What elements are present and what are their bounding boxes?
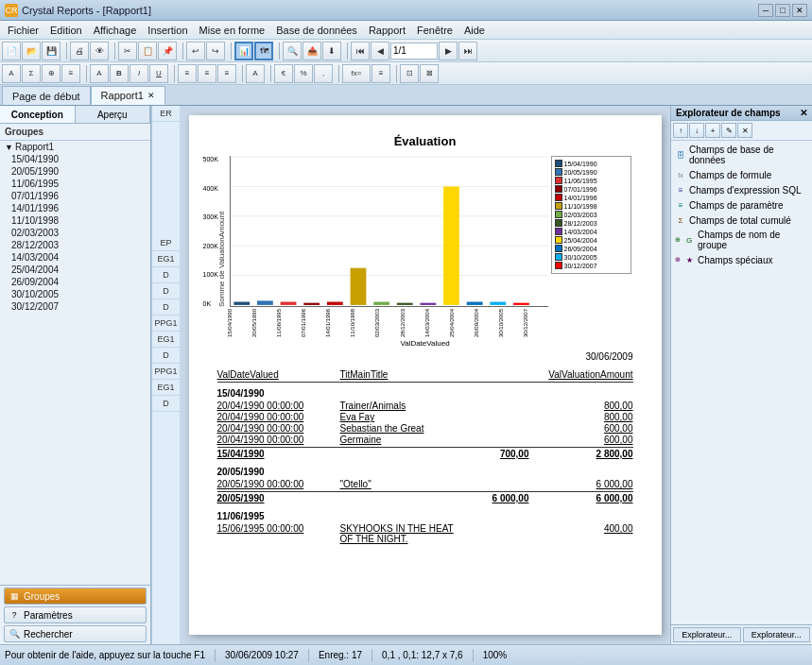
menu-affichage[interactable]: Affichage [88, 23, 143, 38]
insert-map-button[interactable]: 🗺 [254, 42, 273, 60]
tb2-btn6[interactable]: B [110, 64, 129, 83]
tree-item-10[interactable]: 26/09/2004 [0, 276, 150, 288]
explorer-item-formula[interactable]: fx Champs de formule [673, 167, 810, 182]
legend-item-0: 15/04/1990 [555, 160, 628, 167]
tab-rapport1[interactable]: Rapport1 ✕ [91, 86, 165, 105]
prev-page-button[interactable]: ◀ [371, 42, 389, 60]
menu-rapport[interactable]: Rapport [363, 23, 411, 38]
cut-button[interactable]: ✂ [118, 42, 137, 60]
insert-chart-button[interactable]: 📊 [234, 42, 253, 60]
tree-item-5[interactable]: 11/10/1998 [0, 214, 150, 227]
tree-item-6[interactable]: 02/03/2003 [0, 227, 150, 239]
status-bar: Pour obtenir de l'aide, appuyez sur la t… [0, 644, 812, 665]
menu-base-de-donnees[interactable]: Base de données [270, 23, 363, 38]
undo-button[interactable]: ↩ [186, 42, 205, 60]
tab-conception[interactable]: Conception [0, 106, 76, 123]
tree-item-7[interactable]: 28/12/2003 [0, 239, 150, 251]
tb2-font-color[interactable]: A [246, 64, 265, 83]
first-page-button[interactable]: ⏮ [351, 42, 370, 60]
redo-button[interactable]: ↪ [206, 42, 225, 60]
tab-rapport1-close[interactable]: ✕ [147, 91, 155, 100]
tb2-btn3[interactable]: ⊕ [42, 64, 60, 83]
explorer-item-sql[interactable]: ≡ Champs d'expression SQL [673, 182, 810, 197]
tree-rapport1[interactable]: ▼Rapport1 [0, 141, 150, 153]
preview-button[interactable]: 👁 [90, 42, 109, 60]
tb2-fields[interactable]: ≡ [371, 64, 390, 83]
tab-rechercher[interactable]: 🔍 Rechercher [4, 625, 147, 642]
tb2-percent[interactable]: % [294, 64, 313, 83]
data-row-0-0: 20/04/1990 00:00:00 Trainer/Animals 800,… [217, 401, 633, 411]
tree-item-11[interactable]: 30/10/2005 [0, 288, 150, 300]
tb2-btn4[interactable]: ≡ [61, 64, 80, 83]
tb2-nav1[interactable]: ⊡ [400, 64, 419, 83]
tb2-align-right[interactable]: ≡ [217, 64, 236, 83]
minimize-button[interactable]: ─ [758, 4, 773, 17]
tb2-btn5[interactable]: A [90, 64, 109, 83]
explorer-item-group[interactable]: ⊕ G Champs de nom de groupe [673, 228, 810, 252]
explorer-btn-4[interactable]: ✎ [721, 123, 736, 138]
menu-mise-en-forme[interactable]: Mise en forme [194, 23, 271, 38]
tb2-btn8[interactable]: U [149, 64, 168, 83]
explorer-btn-1[interactable]: ↑ [673, 123, 688, 138]
explorer-item-db[interactable]: 🗄 Champs de base de données [673, 143, 810, 167]
status-record: Enreg.: 17 [319, 650, 362, 660]
copy-button[interactable]: 📋 [138, 42, 157, 60]
explorer-btn-3[interactable]: + [705, 123, 720, 138]
drill-button[interactable]: ⬇ [322, 42, 341, 60]
x-label-1: 20/05/1990 [251, 309, 276, 337]
tree-item-8[interactable]: 14/03/2004 [0, 251, 150, 264]
tab-groupes[interactable]: ▦ Groupes [4, 588, 147, 605]
explorer-btn-2[interactable]: ↓ [689, 123, 704, 138]
tb2-align-left[interactable]: ≡ [178, 64, 197, 83]
menu-aide[interactable]: Aide [458, 23, 491, 38]
row-title: Trainer/Animals [340, 401, 539, 411]
svg-rect-11 [373, 302, 389, 305]
tree-item-9[interactable]: 25/04/2004 [0, 264, 150, 276]
explorer-item-total[interactable]: Σ Champs de total cumulé [673, 213, 810, 228]
tree-item-4[interactable]: 14/01/1996 [0, 202, 150, 214]
tb2-currency[interactable]: € [274, 64, 293, 83]
maximize-button[interactable]: □ [775, 4, 790, 17]
tb2-align-center[interactable]: ≡ [198, 64, 216, 83]
tb2-btn2[interactable]: Σ [22, 64, 41, 83]
tab-parametres[interactable]: ? Paramètres [4, 606, 147, 623]
section-label-er: ER [152, 106, 180, 122]
tb2-nav2[interactable]: ⊠ [420, 64, 439, 83]
open-button[interactable]: 📂 [22, 42, 41, 60]
report-scroll[interactable]: Évaluation Somme de ValuationAmount 0K 1… [180, 106, 670, 644]
data-row-0-2: 20/04/1990 00:00:00 Sebastian the Great … [217, 423, 633, 434]
next-page-button[interactable]: ▶ [439, 42, 458, 60]
tree-item-2[interactable]: 11/06/1995 [0, 178, 150, 190]
save-button[interactable]: 💾 [42, 42, 60, 60]
tb2-comma[interactable]: , [314, 64, 333, 83]
close-button[interactable]: ✕ [792, 4, 807, 17]
paste-button[interactable]: 📌 [158, 42, 177, 60]
tb2-fx[interactable]: fx= [342, 64, 371, 83]
param-icon: ≡ [675, 199, 686, 211]
exp-tab-1[interactable]: Explorateur... [673, 627, 741, 642]
tree-item-0[interactable]: 15/04/1990 [0, 153, 150, 165]
tb2-btn7[interactable]: I [130, 64, 148, 83]
explorer-close-icon[interactable]: ✕ [800, 108, 807, 118]
menu-fichier[interactable]: Fichier [2, 23, 44, 38]
menu-fenetre[interactable]: Fenêtre [411, 23, 458, 38]
page-input[interactable] [390, 43, 438, 60]
export-button[interactable]: 📤 [302, 42, 321, 60]
explorer-item-param[interactable]: ≡ Champs de paramètre [673, 197, 810, 213]
menu-insertion[interactable]: Insertion [142, 23, 193, 38]
zoom-in-button[interactable]: 🔍 [283, 42, 302, 60]
tab-apercu[interactable]: Aperçu [76, 106, 151, 123]
explorer-item-special[interactable]: ⊕ ★ Champs spéciaux [673, 252, 810, 267]
tree-item-3[interactable]: 07/01/1996 [0, 190, 150, 202]
tab-page-debut[interactable]: Page de début [2, 86, 91, 105]
tree-item-1[interactable]: 20/05/1990 [0, 165, 150, 178]
tb2-btn1[interactable]: A [2, 64, 21, 83]
last-page-button[interactable]: ⏭ [458, 42, 477, 60]
explorer-btn-5[interactable]: ✕ [737, 123, 752, 138]
exp-tab-2[interactable]: Explorateur... [743, 627, 811, 642]
new-button[interactable]: 📄 [2, 42, 21, 60]
legend-item-11: 30/10/2005 [555, 253, 628, 261]
tree-item-12[interactable]: 30/12/2007 [0, 300, 150, 313]
print-button[interactable]: 🖨 [70, 42, 89, 60]
menu-edition[interactable]: Edition [44, 23, 88, 38]
